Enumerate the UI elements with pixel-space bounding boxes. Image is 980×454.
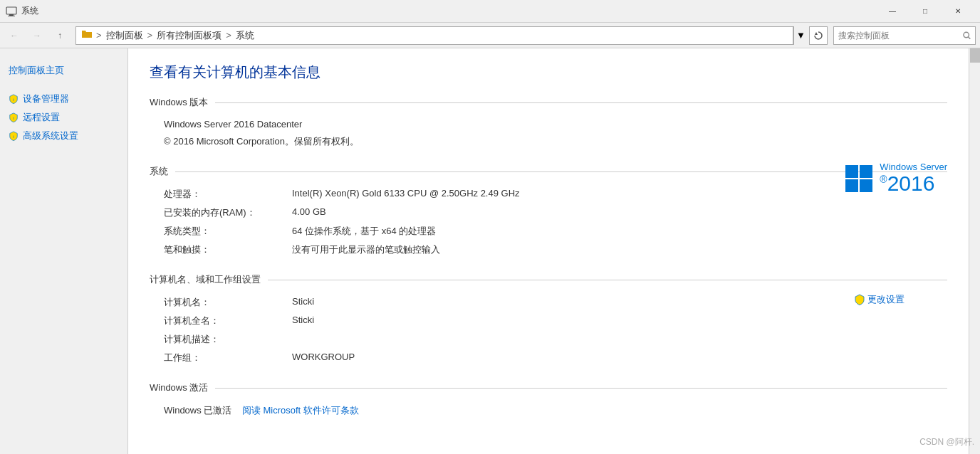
- section-line-system: [175, 171, 947, 172]
- search-input[interactable]: [838, 31, 963, 41]
- address-path[interactable]: > 查看有关计算机的基本信息 控制面板 > 所有控制面板项 > 系统: [75, 26, 793, 45]
- change-settings-wrapper: 更改设置: [855, 293, 905, 306]
- scrollbar[interactable]: [969, 48, 980, 454]
- breadcrumb-2: 所有控制面板项: [157, 29, 221, 42]
- sidebar-remote[interactable]: i 远程设置: [0, 108, 127, 127]
- system-row-1: 已安装的内存(RAM)： 4.00 GB: [150, 204, 947, 222]
- title-bar-controls: — □ ✕: [876, 0, 974, 23]
- sidebar-device-manager[interactable]: i 设备管理器: [0, 90, 127, 108]
- logo-windows-text: Windows Server: [880, 162, 947, 171]
- logo-quad-4: [860, 179, 872, 192]
- maximize-button[interactable]: □: [909, 0, 942, 23]
- sidebar-device-manager-label: 设备管理器: [23, 93, 69, 105]
- svg-point-4: [964, 32, 969, 38]
- version-copyright-row: © 2016 Microsoft Corporation。保留所有权利。: [150, 132, 947, 151]
- address-dropdown[interactable]: ▼: [793, 26, 808, 45]
- system-label-1: 已安装的内存(RAM)：: [164, 206, 292, 219]
- svg-text:i: i: [13, 97, 14, 102]
- minimize-button[interactable]: —: [876, 0, 909, 23]
- section-title-computer: 计算机名、域和工作组设置: [150, 273, 261, 286]
- scroll-thumb: [970, 48, 980, 63]
- title-bar-title: 系统: [21, 5, 876, 17]
- system-value-3: 没有可用于此显示器的笔或触控输入: [292, 243, 947, 256]
- system-value-2: 64 位操作系统，基于 x64 的处理器: [292, 225, 947, 238]
- svg-text:i: i: [13, 134, 14, 139]
- computer-row-0: 计算机名： Sticki: [150, 293, 947, 312]
- sidebar-advanced[interactable]: i 高级系统设置: [0, 127, 127, 145]
- logo-quad-2: [860, 165, 872, 178]
- logo-quad-1: [845, 165, 858, 178]
- computer-section: 计算机名、域和工作组设置 计算机名： Sticki 计算机全名： Sticki …: [150, 273, 947, 367]
- activation-status: Windows 已激活: [164, 405, 231, 416]
- refresh-button[interactable]: [809, 26, 828, 45]
- search-box[interactable]: [833, 26, 976, 45]
- svg-line-5: [968, 36, 970, 38]
- logo-year-text: ®2016: [880, 171, 947, 195]
- change-settings-link[interactable]: 更改设置: [855, 293, 905, 306]
- svg-rect-0: [6, 7, 16, 14]
- logo-quad-3: [845, 179, 858, 192]
- folder-icon: [82, 30, 92, 41]
- sidebar-home-link[interactable]: 控制面板主页: [0, 60, 127, 81]
- watermark: CSDN @阿杆.: [919, 436, 974, 448]
- windows-logo-area: Windows Server ®2016: [845, 162, 947, 195]
- back-button[interactable]: ←: [4, 26, 24, 46]
- title-bar: 系统 — □ ✕: [0, 0, 980, 23]
- breadcrumb-3: 系统: [236, 29, 254, 42]
- system-row-0: 处理器： Intel(R) Xeon(R) Gold 6133 CPU @ 2.…: [150, 185, 947, 204]
- windows-version-section: Windows 版本 Windows Server 2016 Datacente…: [150, 96, 947, 151]
- system-label-3: 笔和触摸：: [164, 243, 292, 256]
- activation-license-link[interactable]: 阅读 Microsoft 软件许可条款: [242, 405, 359, 416]
- section-header-version: Windows 版本: [150, 96, 947, 109]
- section-line-computer: [268, 280, 947, 280]
- computer-row-3: 工作组： WORKGROUP: [150, 349, 947, 367]
- computer-value-3: WORKGROUP: [292, 352, 947, 362]
- shield-icon-change: [855, 294, 865, 305]
- section-header-activation: Windows 激活: [150, 381, 947, 394]
- shield-icon-3: i: [9, 131, 19, 141]
- shield-icon-1: i: [9, 94, 19, 104]
- system-row-3: 笔和触摸： 没有可用于此显示器的笔或触控输入: [150, 241, 947, 259]
- section-header-computer: 计算机名、域和工作组设置: [150, 273, 947, 286]
- version-edition: Windows Server 2016 Datacenter: [164, 119, 947, 130]
- windows-logo: [845, 165, 872, 192]
- computer-label-3: 工作组：: [164, 352, 292, 364]
- computer-row-1: 计算机全名： Sticki: [150, 312, 947, 330]
- page-title: 查看有关计算机的基本信息: [150, 63, 947, 82]
- system-section: 系统 处理器： Intel(R) Xeon(R) Gold 6133 CPU @…: [150, 165, 947, 259]
- activation-row: Windows 已激活 阅读 Microsoft 软件许可条款: [150, 401, 947, 420]
- section-title-activation: Windows 激活: [150, 381, 208, 394]
- section-line-activation: [215, 388, 947, 389]
- main-area: 控制面板主页 i 设备管理器 i 远程设置 i 高级系统设置 查看有关计算机的基…: [0, 48, 980, 454]
- title-bar-icon: [6, 6, 17, 17]
- svg-text:i: i: [13, 115, 14, 120]
- version-edition-row: Windows Server 2016 Datacenter: [150, 116, 947, 132]
- section-title-system: 系统: [150, 165, 168, 178]
- shield-icon-2: i: [9, 112, 19, 122]
- computer-label-0: 计算机名：: [164, 296, 292, 309]
- computer-row-2: 计算机描述：: [150, 330, 947, 349]
- computer-label-2: 计算机描述：: [164, 333, 292, 346]
- version-copyright: © 2016 Microsoft Corporation。保留所有权利。: [164, 135, 947, 148]
- section-line-version: [215, 102, 947, 103]
- system-label-0: 处理器：: [164, 188, 292, 201]
- close-button[interactable]: ✕: [942, 0, 974, 23]
- breadcrumb-1: 控制面板: [106, 29, 143, 42]
- logo-text-area: Windows Server ®2016: [880, 162, 947, 195]
- computer-value-0: Sticki: [292, 296, 947, 307]
- system-row-2: 系统类型： 64 位操作系统，基于 x64 的处理器: [150, 222, 947, 241]
- section-header-system: 系统: [150, 165, 947, 178]
- address-bar: ← → ↑ > 查看有关计算机的基本信息 控制面板 > 所有控制面板项 > 系统…: [0, 23, 980, 48]
- system-label-2: 系统类型：: [164, 225, 292, 238]
- sidebar-advanced-label: 高级系统设置: [23, 130, 78, 142]
- svg-rect-2: [8, 16, 15, 16]
- forward-button[interactable]: →: [27, 26, 47, 46]
- content-area: 查看有关计算机的基本信息 Windows 版本 Windows Server 2…: [128, 48, 969, 454]
- windows-logo-quad: [845, 165, 872, 192]
- change-settings-label: 更改设置: [867, 293, 905, 306]
- computer-rows-wrapper: 计算机名： Sticki 计算机全名： Sticki 计算机描述： 工作组： W…: [150, 293, 947, 367]
- computer-label-1: 计算机全名：: [164, 315, 292, 327]
- up-button[interactable]: ↑: [50, 26, 70, 46]
- section-title-version: Windows 版本: [150, 96, 208, 109]
- computer-value-1: Sticki: [292, 315, 947, 325]
